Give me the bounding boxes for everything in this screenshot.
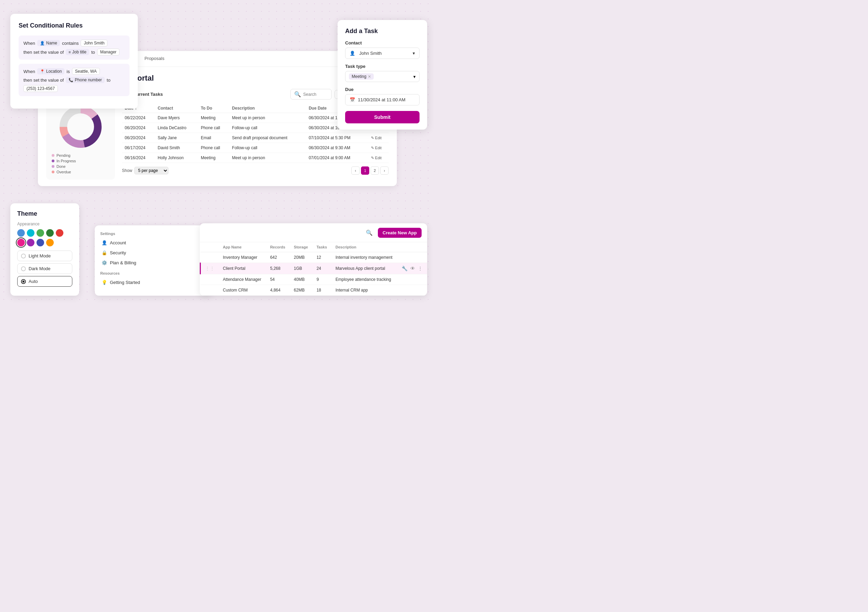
app-records-cell: 642: [266, 252, 290, 263]
dark-mode-radio: [21, 266, 26, 271]
color-swatch[interactable]: [17, 229, 25, 237]
app-storage-cell: 20MB: [290, 252, 312, 263]
rule1-then: then set the value of: [23, 50, 64, 55]
cell-action[interactable]: ✎ Edit: [368, 133, 389, 143]
table-row: 06/20/2024 Sally Jane Email Send draft p…: [122, 133, 389, 143]
app-name-cell: Inventory Manager: [219, 252, 266, 263]
theme-title: Theme: [17, 210, 72, 217]
light-mode-label: Light Mode: [29, 253, 51, 258]
tasks-search-box[interactable]: 🔍: [290, 89, 332, 99]
col-app-actions: [397, 242, 427, 252]
rule-block-2: When 📍 Location is Seattle, WA then set …: [19, 64, 130, 96]
rule1-field2: ≡ Job title: [66, 49, 89, 55]
rule2-field2: 📞 Phone number: [66, 77, 105, 83]
color-swatch[interactable]: [56, 229, 64, 237]
submit-button[interactable]: Submit: [345, 111, 420, 123]
tasks-search-input[interactable]: [303, 92, 331, 97]
color-swatch[interactable]: [37, 229, 44, 237]
auto-mode-option[interactable]: Auto: [17, 276, 72, 287]
app-tasks-cell: 18: [312, 285, 331, 296]
cell-date: 06/20/2024: [122, 123, 155, 133]
edit-link[interactable]: ✎ Edit: [371, 146, 386, 150]
rule1-condition: contains: [62, 41, 79, 46]
table-row: 06/17/2024 David Smith Phone call Follow…: [122, 143, 389, 153]
table-row: 06/16/2024 Holly Johnson Meeting Meet up…: [122, 153, 389, 163]
due-date-value: 11/30/2024 at 11:00 AM: [358, 97, 405, 103]
rule2-value2: (253) 123-4567: [23, 85, 58, 92]
settings-panel: Settings 👤 Account 🔒 Security ⚙️ Plan & …: [95, 225, 212, 296]
settings-billing[interactable]: ⚙️ Plan & Billing: [100, 258, 206, 268]
color-swatch[interactable]: [27, 229, 34, 237]
theme-panel: Theme Appearance Light Mode Dark Mode Au…: [10, 203, 79, 296]
donut-legend: Pending In Progress Done Overdue: [52, 153, 110, 174]
col-app-name: App Name: [219, 242, 266, 252]
page-1-button[interactable]: 1: [361, 166, 369, 175]
cell-action[interactable]: ✎ Edit: [368, 143, 389, 153]
remove-task-type-icon[interactable]: ✕: [368, 75, 371, 79]
add-task-title: Add a Task: [345, 28, 420, 35]
cell-duedate: 07/10/2024 at 5:30 PM: [306, 133, 368, 143]
cell-date: 06/22/2024: [122, 113, 155, 123]
per-page-select[interactable]: 5 per page 10 per page: [134, 167, 169, 174]
dark-mode-option[interactable]: Dark Mode: [17, 263, 72, 274]
cell-todo: Meeting: [198, 113, 229, 123]
tab-proposals[interactable]: Proposals: [140, 52, 169, 66]
apps-table-panel: 🔍 Create New App App Name Records Storag…: [200, 223, 427, 296]
drag-handle-cell: [200, 274, 219, 285]
rule2-to: to: [107, 78, 110, 83]
cell-contact: Sally Jane: [155, 133, 198, 143]
app-row: ⋮⋮ Client Portal 5,268 1GB 24 Marvelous …: [200, 263, 428, 274]
cell-description: Meet up in person: [229, 153, 306, 163]
add-task-card: Add a Task Contact 👤 John Smith ▾ Task t…: [338, 20, 427, 130]
edit-link[interactable]: ✎ Edit: [371, 136, 386, 140]
view-icon[interactable]: 👁: [410, 266, 415, 271]
billing-icon: ⚙️: [102, 260, 107, 265]
cell-description: Follow-up call: [229, 123, 306, 133]
table-pagination: Show 5 per page 10 per page ‹ 1 2 ›: [122, 166, 389, 175]
settings-account[interactable]: 👤 Account: [100, 238, 206, 248]
app-storage-cell: 1GB: [290, 263, 312, 274]
drag-handle-cell[interactable]: ⋮⋮: [200, 263, 219, 274]
page-2-button[interactable]: 2: [370, 166, 379, 175]
light-mode-option[interactable]: Light Mode: [17, 250, 72, 261]
cell-todo: Meeting: [198, 153, 229, 163]
color-swatch[interactable]: [46, 239, 54, 246]
app-records-cell: 5,268: [266, 263, 290, 274]
color-swatch[interactable]: [37, 239, 44, 246]
app-name-cell: Attendance Manager: [219, 274, 266, 285]
contact-select[interactable]: 👤 John Smith ▾: [345, 48, 420, 59]
task-type-select[interactable]: Meeting ✕ ▾: [345, 71, 420, 82]
billing-label: Plan & Billing: [110, 260, 136, 265]
create-new-app-button[interactable]: Create New App: [378, 228, 422, 238]
cell-todo: Phone call: [198, 123, 229, 133]
legend-pending: Pending: [52, 153, 110, 157]
cell-description: Follow-up call: [229, 143, 306, 153]
cell-action[interactable]: ✎ Edit: [368, 153, 389, 163]
contact-label: Contact: [345, 40, 420, 45]
cell-contact: Dave Myers: [155, 113, 198, 123]
edit-link[interactable]: ✎ Edit: [371, 156, 386, 160]
apps-search-button[interactable]: 🔍: [364, 227, 374, 238]
task-type-chevron-icon: ▾: [413, 74, 416, 79]
cell-contact: Linda DeCastro: [155, 123, 198, 133]
col-storage: Storage: [290, 242, 312, 252]
app-actions-cell: [397, 252, 427, 263]
app-desc-cell: Marvelous App client portal: [331, 263, 397, 274]
more-icon[interactable]: ⋮: [418, 266, 423, 271]
color-swatch[interactable]: [46, 229, 54, 237]
color-swatch[interactable]: [17, 239, 25, 246]
color-swatch[interactable]: [27, 239, 34, 246]
due-label: Due: [345, 87, 420, 92]
security-icon: 🔒: [102, 250, 107, 255]
rule1-field1: 👤 Name: [37, 40, 60, 46]
edit-icon[interactable]: 🔧: [401, 266, 408, 271]
conditional-rules-title: Set Conditional Rules: [19, 22, 130, 29]
due-date-input[interactable]: 📅 11/30/2024 at 11:00 AM: [345, 94, 420, 106]
show-select[interactable]: Show 5 per page 10 per page: [122, 167, 169, 174]
page-next-button[interactable]: ›: [380, 166, 389, 175]
settings-getting-started[interactable]: 💡 Getting Started: [100, 277, 206, 287]
page-prev-button[interactable]: ‹: [351, 166, 360, 175]
app-row: Attendance Manager 54 40MB 9 Employee at…: [200, 274, 428, 285]
col-drag: [200, 242, 219, 252]
settings-security[interactable]: 🔒 Security: [100, 248, 206, 258]
